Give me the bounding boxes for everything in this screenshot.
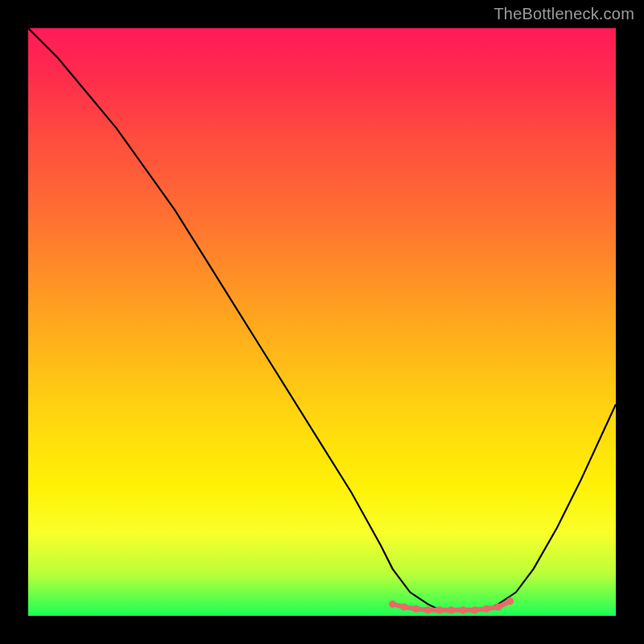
marker-dot: [436, 606, 444, 613]
plot-area: [28, 28, 616, 616]
optimal-zone-markers: [389, 597, 514, 613]
marker-dot: [412, 605, 419, 613]
watermark-text: TheBottleneck.com: [493, 5, 634, 23]
marker-dot: [460, 606, 467, 613]
marker-dot: [448, 606, 455, 613]
marker-dot: [389, 601, 396, 608]
marker-dot: [495, 604, 502, 611]
marker-dot: [506, 597, 514, 605]
marker-dot: [471, 606, 478, 613]
chart-frame: TheBottleneck.com: [0, 0, 644, 644]
bottleneck-curve-path: [28, 28, 616, 610]
marker-dot: [483, 605, 490, 613]
curve-svg: [28, 28, 616, 616]
marker-dot: [424, 606, 431, 613]
marker-dot: [401, 604, 408, 611]
